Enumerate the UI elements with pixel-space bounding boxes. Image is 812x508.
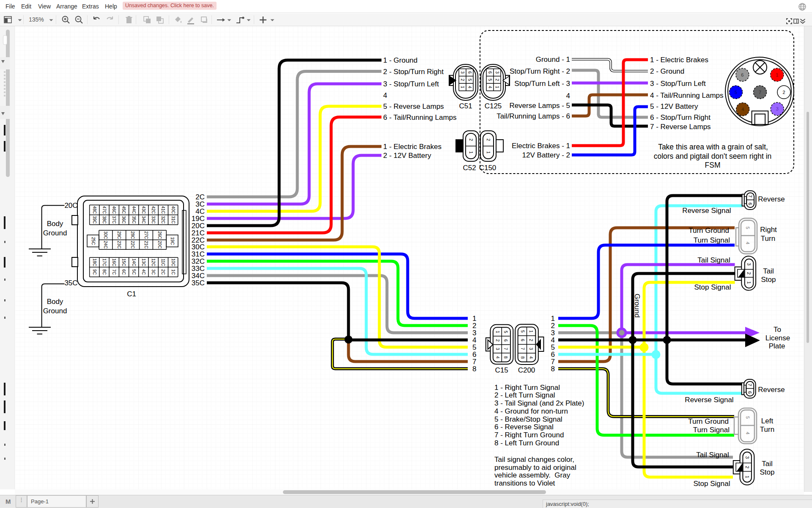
svg-text:6 - Stop/Turn Right: 6 - Stop/Turn Right (650, 113, 710, 121)
svg-text:4: 4 (529, 356, 533, 359)
svg-text:2: 2 (746, 272, 752, 274)
svg-text:35C: 35C (192, 279, 205, 287)
svg-text:7 - Reverse Lamps: 7 - Reverse Lamps (650, 123, 711, 131)
svg-text:8 - Left Turn Ground: 8 - Left Turn Ground (494, 439, 559, 447)
svg-text:6: 6 (503, 339, 508, 342)
svg-text:License: License (765, 334, 790, 342)
svg-text:2C: 2C (161, 269, 165, 275)
svg-text:7: 7 (520, 348, 525, 350)
svg-text:45C: 45C (121, 206, 126, 214)
svg-text:Tail: Tail (762, 460, 773, 468)
svg-text:6: 6 (747, 391, 752, 394)
svg-text:44C: 44C (132, 206, 136, 214)
svg-text:Ground: Ground (43, 307, 67, 315)
svg-text:14C: 14C (132, 259, 136, 266)
svg-text:1: 1 (486, 151, 491, 154)
svg-text:8: 8 (551, 365, 555, 373)
svg-text:Reverse: Reverse (758, 386, 785, 394)
svg-text:12C: 12C (151, 259, 156, 266)
svg-text:13C: 13C (141, 259, 146, 266)
svg-text:22C: 22C (130, 241, 135, 248)
svg-text:4: 4 (488, 86, 492, 88)
svg-text:39C: 39C (92, 216, 97, 224)
svg-text:Reverse Signal: Reverse Signal (682, 207, 731, 215)
svg-text:30C: 30C (103, 231, 108, 239)
svg-text:Right: Right (760, 226, 777, 234)
svg-text:Tail: Tail (763, 267, 774, 275)
svg-text:2 - 12V Battery: 2 - 12V Battery (383, 152, 431, 160)
svg-text:Take this area with a grain of: Take this area with a grain of salt, (658, 143, 768, 151)
svg-text:4: 4 (383, 91, 387, 99)
svg-text:Tail Signal: Tail Signal (697, 256, 730, 264)
svg-text:2 - Stop/Turn Right: 2 - Stop/Turn Right (383, 68, 444, 76)
svg-text:4 - Tail/Running Lamps: 4 - Tail/Running Lamps (650, 91, 724, 99)
svg-text:Ground - 1: Ground - 1 (536, 55, 570, 64)
svg-text:11C: 11C (161, 259, 165, 266)
svg-text:4: 4 (566, 92, 570, 100)
svg-text:C125: C125 (485, 102, 502, 110)
svg-text:3: 3 (746, 263, 752, 265)
svg-text:Plate: Plate (769, 342, 785, 350)
svg-text:23C: 23C (117, 241, 121, 248)
svg-text:Stop Signal: Stop Signal (694, 480, 730, 488)
svg-text:Turn Signal: Turn Signal (693, 426, 730, 434)
svg-text:Tail signal changes color,: Tail signal changes color, (494, 456, 574, 464)
svg-text:5: 5 (488, 79, 492, 81)
svg-text:FSM: FSM (705, 161, 721, 169)
svg-text:20C: 20C (157, 241, 162, 248)
svg-text:4: 4 (467, 86, 472, 88)
svg-text:5: 5 (467, 79, 472, 81)
svg-text:26C: 26C (157, 231, 162, 239)
svg-text:C200: C200 (518, 366, 535, 374)
svg-text:25C: 25C (91, 237, 96, 245)
svg-text:12V Battery - 2: 12V Battery - 2 (522, 151, 570, 159)
svg-text:1: 1 (469, 151, 473, 154)
svg-text:8C: 8C (102, 269, 107, 275)
svg-text:5C: 5C (132, 269, 136, 275)
svg-text:Turn Signal: Turn Signal (694, 236, 730, 244)
svg-text:5: 5 (745, 416, 750, 419)
svg-text:24C: 24C (103, 241, 108, 248)
svg-text:2 - Ground: 2 - Ground (650, 67, 684, 75)
svg-text:4 - Ground for non-turn: 4 - Ground for non-turn (494, 407, 568, 415)
svg-text:7: 7 (748, 195, 753, 197)
svg-text:C52: C52 (463, 164, 476, 172)
svg-text:1: 1 (776, 72, 778, 77)
svg-text:1 - Ground: 1 - Ground (383, 56, 417, 64)
svg-text:Stop: Stop (761, 276, 776, 284)
svg-text:Turn: Turn (761, 235, 775, 243)
svg-text:47C: 47C (102, 206, 107, 214)
svg-text:3: 3 (529, 348, 533, 350)
svg-text:4: 4 (745, 242, 750, 244)
svg-text:20C: 20C (64, 202, 77, 210)
svg-text:C150: C150 (479, 164, 497, 172)
svg-text:8: 8 (472, 365, 476, 373)
svg-text:5 - Reverse Lamps: 5 - Reverse Lamps (383, 102, 444, 110)
svg-text:8: 8 (503, 356, 508, 359)
svg-text:Turn: Turn (760, 425, 774, 433)
svg-text:Reverse Lamps - 5: Reverse Lamps - 5 (509, 102, 570, 110)
svg-text:1 - Electric Brakes: 1 - Electric Brakes (650, 56, 708, 64)
svg-text:37C: 37C (112, 216, 116, 224)
svg-text:1: 1 (746, 281, 752, 284)
svg-text:vehicle assembly. Gray: vehicle assembly. Gray (494, 471, 571, 479)
svg-text:7: 7 (747, 384, 752, 386)
svg-text:27C: 27C (144, 231, 148, 239)
svg-text:Stop: Stop (760, 468, 775, 476)
svg-text:2: 2 (486, 138, 491, 141)
svg-text:5: 5 (745, 226, 750, 229)
svg-text:Stop/Turn Left - 3: Stop/Turn Left - 3 (514, 80, 570, 88)
svg-text:Electric Brakes - 1: Electric Brakes - 1 (512, 142, 570, 150)
svg-text:1: 1 (460, 86, 465, 88)
svg-text:C1: C1 (127, 290, 136, 298)
svg-text:colors and pigtail don't seem: colors and pigtail don't seem right in (654, 152, 772, 160)
svg-text:transitions to Violet: transitions to Violet (494, 479, 555, 487)
svg-text:1: 1 (745, 475, 750, 478)
svg-text:6: 6 (467, 71, 472, 74)
svg-text:5 - Brake/Stop Signal: 5 - Brake/Stop Signal (494, 415, 562, 423)
svg-text:17C: 17C (102, 259, 107, 266)
svg-text:6: 6 (520, 339, 525, 342)
svg-text:43C: 43C (141, 206, 146, 214)
svg-text:7 - Right Turn Ground: 7 - Right Turn Ground (494, 431, 564, 439)
svg-text:16C: 16C (112, 259, 116, 266)
